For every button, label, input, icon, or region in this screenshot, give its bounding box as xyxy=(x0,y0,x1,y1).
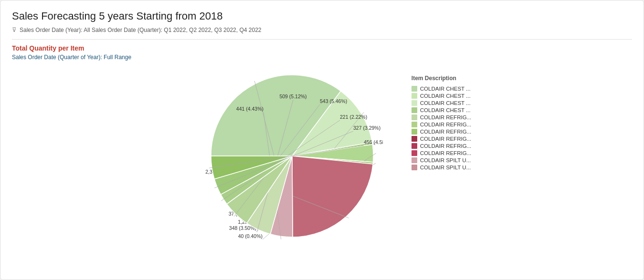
section-title: Total Quantity per Item xyxy=(12,44,632,52)
pie-chart: 3,504 (35.22%)1,204 (12.10%)40 (0.40%)34… xyxy=(201,65,383,247)
pie-label: 456 (4.58%) xyxy=(364,139,383,145)
legend-item: COLDAIR REFRIG... xyxy=(412,122,471,127)
page-title: Sales Forecasting 5 years Starting from … xyxy=(12,10,632,22)
legend-item: COLDAIR CHEST ... xyxy=(412,86,471,92)
legend-label: COLDAIR REFRIG... xyxy=(420,136,471,142)
legend-item: COLDAIR REFRIG... xyxy=(412,136,471,142)
legend-label: COLDAIR REFRIG... xyxy=(420,114,471,120)
chart-area: 3,504 (35.22%)1,204 (12.10%)40 (0.40%)34… xyxy=(12,65,632,247)
pie-label: 221 (2.22%) xyxy=(340,114,367,120)
filter-bar: ⊽ Sales Order Date (Year): All Sales Ord… xyxy=(12,26,632,33)
legend-item: COLDAIR REFRIG... xyxy=(412,114,471,120)
pie-label: 441 (4.43%) xyxy=(236,106,264,112)
legend-swatch xyxy=(412,165,417,170)
legend-item: COLDAIR SPILT U... xyxy=(412,165,471,170)
section-subtitle: Sales Order Date (Quarter of Year): Full… xyxy=(12,54,632,61)
legend-swatch xyxy=(412,122,417,127)
subtitle-value: Full Range xyxy=(104,54,131,61)
legend-swatch xyxy=(412,107,417,113)
legend-item: COLDAIR CHEST ... xyxy=(412,93,471,99)
legend-item: COLDAIR CHEST ... xyxy=(412,100,471,106)
legend-label: COLDAIR SPILT U... xyxy=(420,165,471,170)
legend-item: COLDAIR REFRIG... xyxy=(412,150,471,156)
section-divider xyxy=(12,39,632,40)
legend: Item Description COLDAIR CHEST ...COLDAI… xyxy=(412,75,471,170)
legend-swatch xyxy=(412,86,417,92)
legend-swatch xyxy=(412,143,417,149)
legend-swatch xyxy=(412,93,417,99)
legend-item: COLDAIR SPILT U... xyxy=(412,157,471,163)
legend-swatch xyxy=(412,136,417,142)
legend-label: COLDAIR CHEST ... xyxy=(420,86,471,92)
legend-swatch xyxy=(412,129,417,135)
pie-label: 509 (5.12%) xyxy=(279,93,306,99)
legend-label: COLDAIR REFRIG... xyxy=(420,150,471,156)
legend-swatch xyxy=(412,114,417,120)
legend-label: COLDAIR REFRIG... xyxy=(420,143,471,149)
legend-swatch xyxy=(412,150,417,156)
subtitle-label: Sales Order Date (Quarter of Year): xyxy=(12,54,102,61)
legend-label: COLDAIR CHEST ... xyxy=(420,100,471,106)
legend-label: COLDAIR REFRIG... xyxy=(420,129,471,135)
filter-icon: ⊽ xyxy=(12,26,17,33)
dashboard-card: Sales Forecasting 5 years Starting from … xyxy=(0,0,644,280)
pie-label: 543 (5.46%) xyxy=(320,98,347,104)
legend-item: COLDAIR CHEST ... xyxy=(412,107,471,113)
pie-label: 40 (0.40%) xyxy=(238,233,262,239)
pie-svg: 3,504 (35.22%)1,204 (12.10%)40 (0.40%)34… xyxy=(201,65,383,247)
legend-label: COLDAIR CHEST ... xyxy=(420,93,471,99)
legend-label: COLDAIR REFRIG... xyxy=(420,122,471,127)
legend-label: COLDAIR SPILT U... xyxy=(420,157,471,163)
legend-item: COLDAIR REFRIG... xyxy=(412,129,471,135)
legend-item: COLDAIR REFRIG... xyxy=(412,143,471,149)
legend-swatch xyxy=(412,157,417,163)
legend-title: Item Description xyxy=(412,75,471,82)
legend-swatch xyxy=(412,100,417,106)
pie-slice xyxy=(292,156,373,237)
pie-label: 327 (3.29%) xyxy=(353,125,380,131)
filter-label: Sales Order Date (Year): All Sales Order… xyxy=(20,27,262,33)
legend-label: COLDAIR CHEST ... xyxy=(420,107,471,113)
